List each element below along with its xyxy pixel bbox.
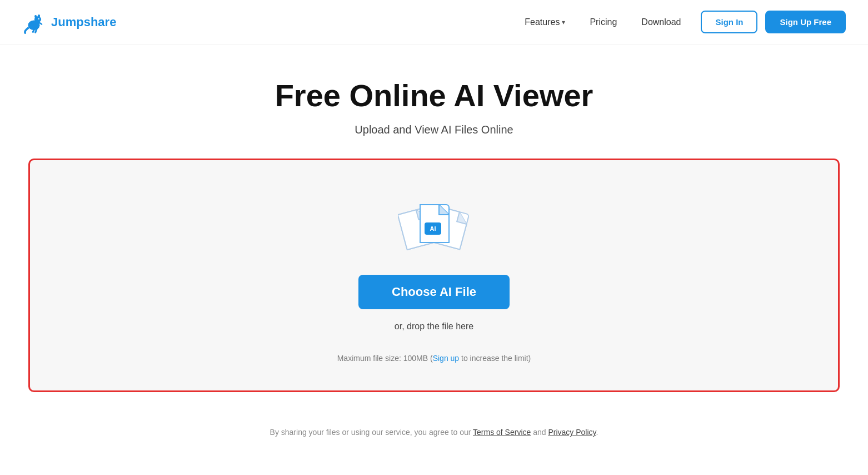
page-subtitle: Upload and View AI Files Online <box>355 123 513 136</box>
main-nav: Features ▾ Pricing Download Sign In Sign… <box>515 11 846 33</box>
nav-pricing[interactable]: Pricing <box>580 12 627 33</box>
signup-link[interactable]: Sign up <box>433 354 459 363</box>
privacy-link[interactable]: Privacy Policy <box>548 428 596 437</box>
svg-text:AI: AI <box>430 225 436 232</box>
page-title: Free Online AI Viewer <box>275 78 593 113</box>
logo-text: Jumpshare <box>51 15 116 29</box>
logo[interactable]: Jumpshare <box>22 11 116 34</box>
file-icon-group: AI <box>398 199 470 255</box>
nav-download[interactable]: Download <box>631 12 691 33</box>
chevron-down-icon: ▾ <box>562 18 565 26</box>
footer: By sharing your files or using our servi… <box>0 414 868 450</box>
signin-button[interactable]: Sign In <box>701 11 757 33</box>
nav-features[interactable]: Features ▾ <box>515 12 575 33</box>
terms-link[interactable]: Terms of Service <box>473 428 531 437</box>
svg-point-7 <box>38 18 39 19</box>
file-size-note: Maximum file size: 100MB (Sign up to inc… <box>337 354 531 363</box>
signup-button[interactable]: Sign Up Free <box>765 11 846 33</box>
file-dropzone[interactable]: AI Choose AI File or, drop the file here… <box>28 159 840 392</box>
drop-hint-text: or, drop the file here <box>395 321 473 331</box>
ai-file-icon: AI <box>398 199 470 255</box>
choose-file-button[interactable]: Choose AI File <box>358 275 510 309</box>
kangaroo-icon <box>22 11 46 34</box>
